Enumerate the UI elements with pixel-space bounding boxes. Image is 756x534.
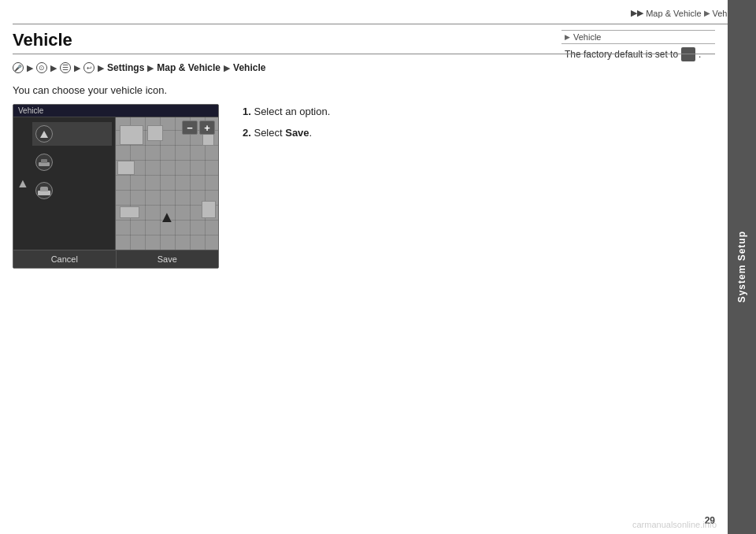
map-building-4 [117,161,135,175]
vehicle-item-3[interactable] [32,179,112,202]
map-vehicle-arrow: ▲ [159,208,175,226]
vehicle-shape-car-small [39,159,50,166]
map-building-6 [120,206,139,218]
screen-footer[interactable]: Cancel Save [13,250,218,268]
map-preview: − + ▲ [116,117,218,250]
nav-icon-back: ↩ [83,62,94,73]
zoom-controls[interactable]: − + [182,121,215,135]
up-arrow-icon: ▲ [17,176,29,191]
nav-path: 🎤 ▶ ⊙ ▶ ☰ ▶ ↩ ▶ Settings ▶ Map & Vehicle… [13,62,715,73]
nav-icon-mic: 🎤 [13,62,24,73]
map-building-5 [202,201,216,218]
main-content: Vehicle 🎤 ▶ ⊙ ▶ ☰ ▶ ↩ ▶ Settings ▶ Map &… [13,30,715,518]
nav-icon-menu: ☰ [60,62,71,73]
vehicle-item-2[interactable] [32,150,112,174]
nav-map-vehicle: Map & Vehicle [157,62,220,73]
sidebar-label: System Setup [736,231,747,302]
breadcrumb-prefix: ▶▶ [631,8,643,18]
breadcrumb-part1: Map & Vehicle [646,9,701,18]
screen-mockup: Vehicle ▲ [13,104,219,269]
nav-settings: Settings [107,62,144,73]
save-button[interactable]: Save [117,250,219,268]
step-1-text: Select an option. [254,106,330,117]
cancel-button[interactable]: Cancel [13,250,117,268]
instructions-column: 1. Select an option. 2. Select Save. [243,104,715,269]
description-text: You can choose your vehicle icon. [13,84,715,96]
zoom-in-button[interactable]: + [199,121,215,135]
breadcrumb-arrow1: ▶ [704,9,710,17]
title-divider [13,54,715,54]
step-2: 2. Select Save. [243,125,715,142]
step-1: 1. Select an option. [243,104,715,121]
vehicle-shape-arrow [40,131,48,138]
content-columns: Vehicle ▲ [13,104,715,269]
right-sidebar: System Setup [728,0,756,534]
nav-icon-home: ⊙ [36,62,47,73]
zoom-out-button[interactable]: − [182,121,198,135]
map-building-1 [120,125,143,145]
step-2-save-bold: Save [285,127,309,139]
vehicle-list[interactable]: ▲ [13,117,116,250]
step-2-number: 2. [243,127,251,139]
screen-body: ▲ [13,117,218,250]
step-2-text-before: Select [254,127,285,139]
nav-vehicle: Vehicle [233,62,265,73]
breadcrumb: ▶▶ Map & Vehicle ▶ Vehicle [631,8,740,18]
vehicle-circle-3 [35,182,53,199]
screen-header: Vehicle [13,105,218,117]
map-building-2 [147,125,163,141]
page-title: Vehicle [13,30,715,50]
vehicle-item-1[interactable] [32,122,112,146]
vehicle-circle-1 [35,125,53,143]
vehicle-circle-2 [35,154,53,171]
screen-mockup-container: Vehicle ▲ [13,104,219,269]
step-2-text-after: . [309,127,313,139]
watermark: carmanualsonline.info [632,520,717,529]
top-divider [13,24,743,24]
map-grid [116,117,218,250]
step-1-number: 1. [243,106,251,117]
vehicle-shape-car-large [38,187,50,195]
